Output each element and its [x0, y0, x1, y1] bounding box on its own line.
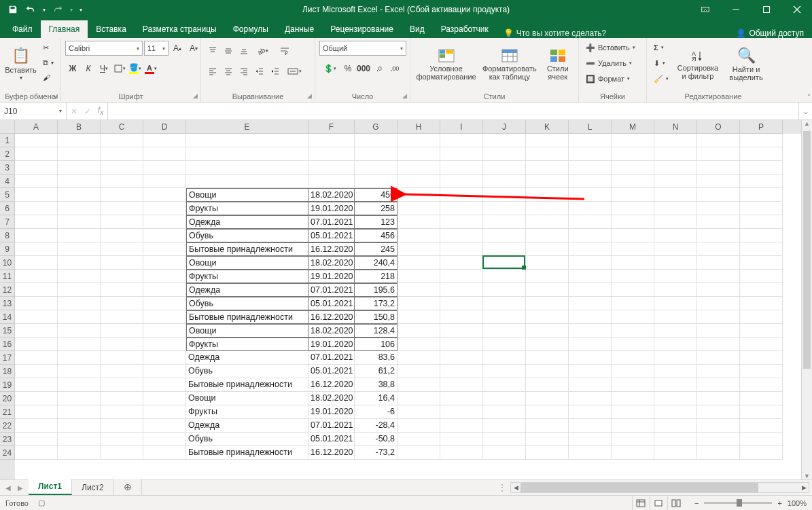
- cell-N21[interactable]: [654, 405, 697, 419]
- share-button[interactable]: 👤 Общий доступ: [728, 29, 812, 38]
- cell-N6[interactable]: [654, 202, 697, 215]
- underline-button[interactable]: Ч▾: [96, 61, 111, 76]
- dialog-launcher-icon[interactable]: ◢: [193, 92, 198, 99]
- cell-F23[interactable]: 05.01.2021: [308, 433, 355, 446]
- cell-J4[interactable]: [483, 175, 526, 188]
- cell-K21[interactable]: [526, 405, 569, 419]
- cell-L10[interactable]: [569, 256, 612, 270]
- cell-L22[interactable]: [569, 419, 612, 433]
- column-header-E[interactable]: E: [186, 120, 308, 134]
- column-header-F[interactable]: F: [308, 120, 355, 134]
- cell-M9[interactable]: [612, 242, 654, 256]
- cell-I3[interactable]: [440, 161, 483, 175]
- row-header-14[interactable]: 14: [0, 310, 15, 324]
- cell-K8[interactable]: [526, 229, 569, 242]
- cell-A5[interactable]: [15, 188, 58, 202]
- row-header-24[interactable]: 24: [0, 446, 15, 460]
- tab-developer[interactable]: Разработчик: [433, 20, 497, 38]
- cell-B3[interactable]: [58, 161, 101, 175]
- zoom-level[interactable]: 100%: [788, 499, 807, 507]
- cell-G10[interactable]: 240,4: [355, 256, 398, 270]
- cell-A11[interactable]: [15, 270, 58, 283]
- cell-H20[interactable]: [398, 392, 440, 405]
- cell-P15[interactable]: [740, 324, 783, 338]
- cell-O8[interactable]: [697, 229, 740, 242]
- cell-K22[interactable]: [526, 419, 569, 433]
- cell-F24[interactable]: 16.12.2020: [308, 446, 355, 460]
- cell-E19[interactable]: Бытовые принадлежности: [186, 378, 308, 392]
- cell-E3[interactable]: [186, 161, 308, 175]
- cell-D1[interactable]: [143, 134, 186, 147]
- column-header-L[interactable]: L: [569, 120, 612, 134]
- cell-H9[interactable]: [398, 242, 440, 256]
- cell-J20[interactable]: [483, 392, 526, 405]
- formula-input[interactable]: [108, 103, 798, 120]
- cell-H4[interactable]: [398, 175, 440, 188]
- cell-P6[interactable]: [740, 202, 783, 215]
- cell-O12[interactable]: [697, 283, 740, 297]
- cell-I5[interactable]: [440, 188, 483, 202]
- cell-J18[interactable]: [483, 365, 526, 378]
- cell-H5[interactable]: [398, 188, 440, 202]
- cell-P23[interactable]: [740, 433, 783, 446]
- cell-N1[interactable]: [654, 134, 697, 147]
- cell-N10[interactable]: [654, 256, 697, 270]
- cell-F12[interactable]: 07.01.2021: [308, 283, 355, 297]
- cell-C13[interactable]: [101, 297, 143, 310]
- cell-F2[interactable]: [308, 147, 355, 161]
- cell-M4[interactable]: [612, 175, 654, 188]
- close-icon[interactable]: [781, 0, 812, 19]
- cell-G21[interactable]: -6: [355, 405, 398, 419]
- cell-O13[interactable]: [697, 297, 740, 310]
- cell-H19[interactable]: [398, 378, 440, 392]
- cell-I20[interactable]: [440, 392, 483, 405]
- add-sheet-button[interactable]: ⊕: [114, 479, 142, 495]
- cell-J22[interactable]: [483, 419, 526, 433]
- cell-K13[interactable]: [526, 297, 569, 310]
- cell-D14[interactable]: [143, 310, 186, 324]
- row-header-9[interactable]: 9: [0, 242, 15, 256]
- cell-L7[interactable]: [569, 215, 612, 229]
- cell-I24[interactable]: [440, 446, 483, 460]
- cell-H16[interactable]: [398, 338, 440, 351]
- sort-filter-button[interactable]: АЯ Сортировка и фильтр: [674, 41, 722, 88]
- cell-O10[interactable]: [697, 256, 740, 270]
- conditional-formatting-button[interactable]: Условное форматирование: [414, 41, 478, 88]
- dialog-launcher-icon[interactable]: ◢: [53, 92, 58, 99]
- cell-G15[interactable]: 128,4: [355, 324, 398, 338]
- row-header-2[interactable]: 2: [0, 147, 15, 161]
- decrease-font-button[interactable]: A▾: [186, 41, 201, 56]
- cell-F20[interactable]: 18.02.2020: [308, 392, 355, 405]
- cell-P22[interactable]: [740, 419, 783, 433]
- dialog-launcher-icon[interactable]: ◢: [402, 92, 407, 99]
- cell-O21[interactable]: [697, 405, 740, 419]
- cell-C10[interactable]: [101, 256, 143, 270]
- cancel-formula-icon[interactable]: ✕: [71, 107, 77, 116]
- cell-P16[interactable]: [740, 338, 783, 351]
- cell-H7[interactable]: [398, 215, 440, 229]
- cell-A22[interactable]: [15, 419, 58, 433]
- cell-I23[interactable]: [440, 433, 483, 446]
- column-header-A[interactable]: A: [15, 120, 58, 134]
- sheet-tab-2[interactable]: Лист2: [72, 480, 114, 495]
- cell-B7[interactable]: [58, 215, 101, 229]
- cell-P8[interactable]: [740, 229, 783, 242]
- format-cells-button[interactable]: 🔲Формат▾: [583, 72, 638, 86]
- cell-A9[interactable]: [15, 242, 58, 256]
- cell-E16[interactable]: Фрукты: [186, 338, 308, 351]
- cell-N2[interactable]: [654, 147, 697, 161]
- cell-B21[interactable]: [58, 405, 101, 419]
- cell-E15[interactable]: Овощи: [186, 324, 308, 338]
- cell-M12[interactable]: [612, 283, 654, 297]
- cell-G6[interactable]: 258: [355, 202, 398, 215]
- row-header-7[interactable]: 7: [0, 215, 15, 229]
- cell-L11[interactable]: [569, 270, 612, 283]
- cell-M14[interactable]: [612, 310, 654, 324]
- cell-J12[interactable]: [483, 283, 526, 297]
- cell-H11[interactable]: [398, 270, 440, 283]
- cell-N14[interactable]: [654, 310, 697, 324]
- cell-P3[interactable]: [740, 161, 783, 175]
- cell-C19[interactable]: [101, 378, 143, 392]
- cell-C16[interactable]: [101, 338, 143, 351]
- cell-M11[interactable]: [612, 270, 654, 283]
